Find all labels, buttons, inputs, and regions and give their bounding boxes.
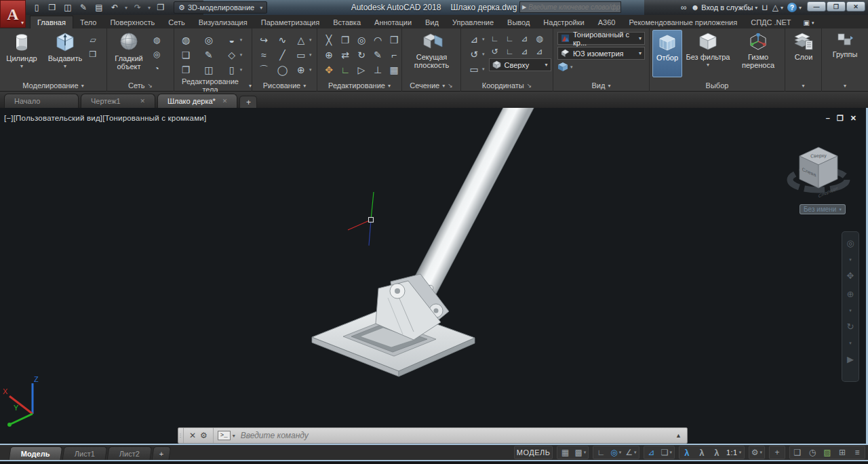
named-ucs-dropdown[interactable]: Сверху ▾ — [489, 58, 551, 71]
mirror3d-icon[interactable]: ✎ — [370, 48, 385, 62]
layers-button[interactable]: Слои — [785, 28, 822, 77]
trim-icon[interactable]: ╳ — [321, 33, 336, 47]
taper-face-icon[interactable]: ◫ — [201, 63, 216, 77]
erase-icon[interactable]: ✥ — [321, 63, 336, 77]
isometric-drafting-toggle[interactable]: ∠▾ — [623, 446, 638, 459]
tab-annotatsii[interactable]: Аннотации — [368, 16, 418, 28]
move-icon[interactable]: ◎ — [354, 33, 369, 47]
tab-spds-net[interactable]: СПДС .NET — [744, 16, 797, 28]
file-tab-current[interactable]: Шлако дерка* ✕ — [157, 94, 237, 108]
offset-icon[interactable]: ❒ — [387, 33, 401, 47]
workspace-switcher[interactable]: ⚙ 3D-моделирование ▾ — [174, 1, 267, 14]
gizmo-button[interactable]: Гизмо переноса — [734, 28, 783, 77]
search-go-icon[interactable]: ▶ — [520, 4, 528, 10]
new-file-icon[interactable]: ▯ — [30, 1, 43, 14]
signin-button[interactable]: ☻ Вход в службы ▾ — [691, 3, 758, 12]
annotation-scale-dropdown[interactable]: 1:1▾ — [724, 446, 744, 459]
circle-icon[interactable]: ▭ — [294, 48, 309, 62]
tab-a360[interactable]: A360 — [591, 16, 623, 28]
panel-label-solid-editing[interactable]: Редактирование тела ▾ — [174, 81, 252, 90]
tab-recommended-apps[interactable]: Рекомендованные приложения — [622, 16, 744, 28]
ucs-view-icon[interactable]: ∟ — [504, 45, 516, 57]
chevron-down-icon[interactable]: ▾ — [240, 52, 243, 58]
ucs-object-icon[interactable]: ▭ — [467, 62, 481, 76]
panel-label-modeling[interactable]: Моделирование ▾ — [0, 81, 106, 90]
subtract-icon[interactable]: ❏ — [178, 48, 193, 62]
pan-icon[interactable]: ✥ — [847, 271, 854, 280]
steering-wheel-icon[interactable]: ◎ — [846, 239, 854, 248]
polysolid-icon[interactable]: ▱ — [87, 34, 99, 45]
ucs-world-icon[interactable]: ∟ — [489, 33, 501, 44]
mesh-add-icon[interactable]: ◎ — [151, 48, 163, 60]
dialog-launcher-icon[interactable]: ↘ — [527, 82, 532, 89]
polar-tracking-toggle[interactable]: ◎▾ — [608, 446, 623, 459]
explode-icon[interactable]: ⌐ — [387, 48, 401, 62]
panel-label-selection[interactable]: Выбор — [650, 81, 785, 90]
dialog-launcher-icon[interactable]: ↘ — [448, 82, 453, 89]
command-prompt-badge[interactable]: >_ ▾ — [218, 431, 235, 440]
ribbon-display-toggle[interactable]: ▣ ▾ — [804, 19, 814, 28]
tab-vstavka[interactable]: Вставка — [326, 16, 368, 28]
command-history-icon[interactable]: ▲ — [670, 432, 687, 439]
section-plane-button[interactable]: Секущая плоскость — [402, 28, 461, 77]
command-close-icon[interactable]: ✕ — [189, 431, 196, 440]
tab-set[interactable]: Сеть — [161, 16, 191, 28]
chevron-down-icon[interactable]: ▾ — [309, 52, 312, 58]
cylinder-button[interactable]: Цилиндр ▾ — [0, 28, 43, 77]
undo-dropdown-icon[interactable]: ▾ — [123, 5, 129, 11]
command-drag-handle[interactable]: ⋮ — [178, 428, 184, 443]
chevron-down-icon[interactable]: ▾ — [482, 37, 485, 42]
print-icon[interactable]: ▤ — [92, 1, 106, 14]
chevron-down-icon[interactable]: ▾ — [309, 37, 312, 43]
tab-layout2[interactable]: Лист2 — [106, 446, 152, 460]
close-button[interactable]: ✕ — [846, 1, 865, 12]
fillet-edge-icon[interactable]: ✎ — [201, 48, 216, 62]
search-input[interactable] — [528, 3, 620, 11]
orbit-icon[interactable]: ↻ — [847, 322, 854, 331]
help-button[interactable]: ? ▾ — [787, 3, 802, 12]
grid-display-toggle[interactable]: ▦ — [557, 446, 572, 459]
application-menu-button[interactable]: A ▾ — [0, 0, 26, 28]
viewport-config-icon[interactable] — [557, 62, 568, 72]
new-drawing-tab-button[interactable]: + — [239, 96, 257, 108]
snap-mode-toggle[interactable]: ▩▾ — [572, 446, 588, 459]
open-file-icon[interactable]: ❒ — [45, 1, 59, 14]
polygon-icon[interactable]: ⌒ — [256, 63, 271, 77]
viewport-minimize-button[interactable]: – — [826, 114, 830, 123]
filter-button[interactable]: Без фильтра ▾ — [682, 28, 734, 77]
close-tab-icon[interactable]: ✕ — [140, 98, 145, 104]
array-icon[interactable]: ▦ — [387, 63, 401, 77]
model-space-button[interactable]: МОДЕЛЬ — [515, 446, 553, 459]
ortho-toggle[interactable]: ∟ — [593, 446, 608, 459]
panel-label-section[interactable]: Сечение ▾ ↘ — [402, 81, 460, 90]
chevron-down-icon[interactable]: ▾ — [309, 67, 312, 73]
tab-telo[interactable]: Тело — [73, 16, 104, 28]
tab-layout1[interactable]: Лист1 — [62, 446, 107, 460]
union-icon[interactable]: ◍ — [178, 33, 193, 47]
scale-icon[interactable]: ▷ — [354, 63, 369, 77]
annotation-autoscale-toggle[interactable]: λ — [694, 446, 709, 459]
a360-icon[interactable]: △ ▾ — [772, 3, 783, 12]
panel-label-layers[interactable]: ▾ — [785, 81, 821, 90]
chevron-down-icon[interactable]: ▾ — [849, 257, 852, 262]
named-view-dropdown[interactable]: ЮЗ изометрия ▾ — [557, 47, 645, 60]
panel-label-mesh[interactable]: Сеть ↘ — [107, 81, 174, 90]
showmotion-icon[interactable]: ▶ — [847, 355, 854, 364]
mesh-refine-icon[interactable]: ◍ — [151, 34, 163, 45]
chevron-down-icon[interactable]: ▾ — [240, 37, 243, 43]
file-tab-start[interactable]: Начало — [4, 94, 79, 108]
isolate-objects-button[interactable]: ❑ — [790, 446, 805, 459]
mesh-crease-icon[interactable]: ◔ — [151, 62, 163, 74]
search-icon[interactable]: ∞ — [681, 3, 687, 12]
chevron-down-icon[interactable]: ▾ — [849, 341, 852, 345]
ucs-icon[interactable]: ⊿ — [467, 33, 481, 46]
redo-icon[interactable]: ↷ — [131, 1, 144, 14]
close-tab-icon[interactable]: ✕ — [222, 98, 228, 104]
stretch-icon[interactable]: ⊥ — [370, 63, 385, 77]
save-as-icon[interactable]: ✎ — [77, 1, 90, 14]
culling-button[interactable]: Отбор — [652, 30, 682, 77]
move3d-icon[interactable]: ∟ — [338, 63, 353, 77]
line-icon[interactable]: ╱ — [275, 48, 290, 62]
ucs-z-icon[interactable]: ◍ — [534, 33, 546, 44]
fillet-icon[interactable]: ⊕ — [321, 48, 336, 62]
